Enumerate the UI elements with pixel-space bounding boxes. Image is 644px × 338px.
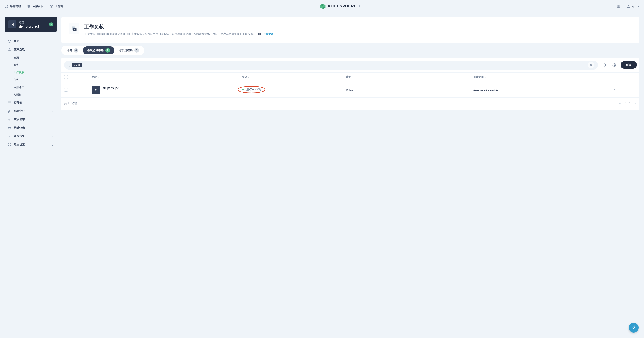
tab-deployments[interactable]: 部署 0 (62, 46, 83, 55)
workload-type-tabs: 部署 0 有状态副本集 2 守护进程集 0 (62, 46, 144, 55)
stack-icon (8, 48, 11, 52)
kubesphere-icon (320, 3, 326, 10)
chevron-down-icon: ⌄ (52, 135, 54, 138)
storage-icon (8, 101, 11, 105)
col-name[interactable]: 名称 (89, 72, 239, 82)
nav-app-workloads[interactable]: 应用负载 ⌃ (4, 46, 57, 54)
sidebar-item-pods[interactable]: 容器组 (14, 91, 57, 99)
svg-rect-12 (8, 103, 11, 104)
chevron-down-icon: ⌄ (52, 143, 54, 146)
sidebar-item-apps[interactable]: 应用 (14, 54, 57, 61)
chevron-up-icon: ⌃ (52, 48, 54, 51)
cog-icon (8, 143, 11, 146)
user-menu[interactable]: zpf ▼ (626, 5, 640, 8)
settings-button[interactable] (610, 62, 618, 69)
tab-statefulsets-count: 2 (106, 48, 110, 53)
status-text: 运行中 (246, 88, 254, 91)
nav-build-image[interactable]: 构建镜像 (4, 124, 57, 132)
layers-icon (27, 5, 31, 8)
nav-workbench-label: 工作台 (55, 5, 63, 8)
svg-rect-11 (8, 102, 11, 103)
svg-line-23 (69, 66, 70, 66)
table-panel: qs ✕ ✕ 创建 (62, 58, 640, 111)
workload-table: 名称 状态 应用 创建时间 (62, 72, 640, 98)
nav-appstore[interactable]: 应用商店 (27, 5, 43, 8)
nav-platform-label: 平台管理 (10, 5, 21, 8)
nav-monitoring[interactable]: 监控告警 ⌄ (4, 132, 57, 140)
search-input[interactable]: qs ✕ ✕ (64, 61, 598, 70)
gauge-icon (8, 40, 11, 43)
page-indicator: 1 / 1 (625, 102, 630, 105)
refresh-button[interactable] (601, 62, 608, 69)
nav-appstore-label: 应用商店 (32, 5, 43, 8)
cog-icon (612, 63, 616, 67)
page-next-button[interactable]: → (634, 102, 637, 105)
sidebar-item-services[interactable]: 服务 (14, 61, 57, 69)
nav-config[interactable]: 配置中心 ⌄ (4, 107, 57, 115)
nav-workbench[interactable]: 工作台 (50, 5, 63, 8)
row-actions-button[interactable]: ⋮ (612, 88, 617, 91)
topbar: 平台管理 应用商店 工作台 KUBESPHERE ® zpf ▼ (0, 0, 644, 13)
svg-point-16 (8, 143, 11, 146)
col-created[interactable]: 创建时间 (470, 72, 609, 82)
username: zpf (632, 5, 636, 8)
svg-point-22 (67, 64, 69, 66)
nav-overview[interactable]: 概览 (4, 37, 57, 46)
chip-remove-icon[interactable]: ✕ (78, 64, 80, 66)
status-dot-icon (242, 89, 244, 90)
nav-volumes[interactable]: 存储卷 (4, 99, 57, 107)
svg-rect-13 (8, 127, 11, 129)
status-count: (3/3) (256, 88, 261, 91)
learn-more-link[interactable]: 了解更多 (263, 32, 274, 36)
tab-daemonsets-count: 0 (134, 48, 139, 53)
select-all-checkbox[interactable] (64, 75, 68, 79)
workload-icon (69, 24, 80, 34)
pagination: ← 1 / 1 → (619, 102, 637, 105)
build-icon (8, 126, 11, 130)
nav-project-settings[interactable]: 项目设置 ⌄ (4, 140, 57, 149)
chevron-down-icon: ⌄ (52, 110, 54, 113)
svg-marker-25 (95, 89, 97, 91)
nav: 概览 应用负载 ⌃ 应用 服务 工作负载 任务 应用路由 容器组 存储卷 (4, 37, 57, 149)
col-status[interactable]: 状态 (239, 72, 344, 82)
brand-logo: KUBESPHERE ® (63, 3, 617, 10)
svg-point-7 (628, 5, 629, 6)
sidebar-item-jobs[interactable]: 任务 (14, 76, 57, 84)
tab-daemonsets[interactable]: 守护进程集 0 (114, 46, 144, 55)
svg-point-24 (614, 65, 615, 66)
search-icon (66, 63, 70, 67)
svg-point-15 (9, 144, 10, 145)
created-cell: 2019-10-25 01:03:10 (470, 82, 609, 97)
refresh-icon (602, 63, 606, 67)
page-title: 工作负载 (84, 24, 274, 30)
workload-name[interactable]: emqx-qsup7i (102, 87, 119, 90)
tab-statefulsets[interactable]: 有状态副本集 2 (83, 46, 114, 55)
bird-icon (8, 118, 11, 121)
total-count: 共 1 个条目 (64, 102, 78, 106)
hammer-icon (8, 109, 11, 113)
create-button[interactable]: 创建 (620, 61, 637, 69)
page-header: 工作负载 工作负载 (Workload) 通常是访问服务的实际载体，也是对节点日… (62, 17, 640, 43)
docs-icon[interactable] (617, 5, 620, 8)
sidebar-item-routes[interactable]: 应用路由 (14, 84, 57, 91)
clear-search-button[interactable]: ✕ (588, 62, 594, 68)
nav-grayscale[interactable]: 灰度发布 (4, 115, 57, 124)
nav-platform[interactable]: 平台管理 (4, 5, 21, 8)
page-description: 工作负载 (Workload) 通常是访问服务的实际载体，也是对节点日志收集、监… (84, 32, 274, 37)
svg-point-10 (8, 40, 11, 43)
page-prev-button[interactable]: ← (619, 102, 622, 105)
caret-down-icon: ▼ (638, 5, 640, 8)
project-label: 项目 (19, 21, 39, 25)
monitor-icon (8, 134, 11, 138)
project-selector[interactable]: 项目 demo-project (4, 17, 57, 32)
status-cell: 运行中 (3/3) (242, 88, 261, 92)
svg-rect-9 (12, 24, 13, 25)
tab-deployments-count: 0 (74, 48, 78, 53)
project-icon (8, 20, 16, 29)
sidebar-item-workloads[interactable]: 工作负载 (14, 69, 57, 76)
table-row[interactable]: emqx-qsup7i - 运行中 (3/3) (62, 82, 640, 97)
user-icon (626, 5, 630, 8)
dashboard-icon (50, 5, 53, 8)
row-checkbox[interactable] (64, 88, 68, 92)
gear-icon (4, 5, 8, 8)
